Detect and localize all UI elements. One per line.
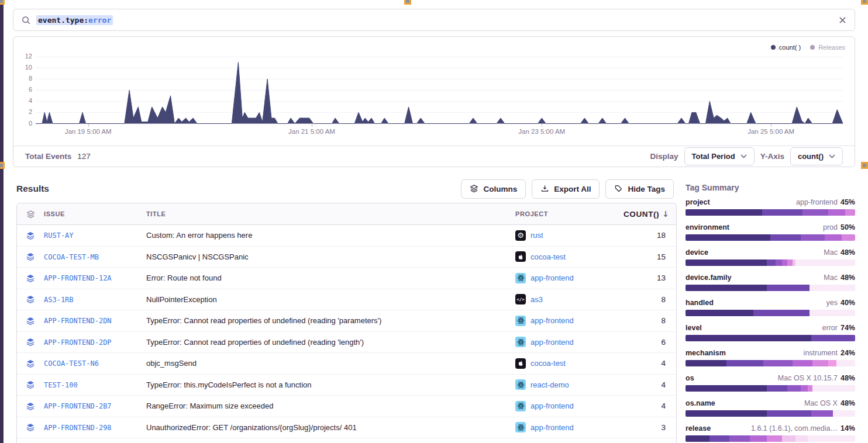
issue-link[interactable]: COCOA-TEST-MB [44,253,99,261]
project-link[interactable]: app-frontend [531,402,574,410]
issue-stack-cell[interactable] [17,423,44,432]
tag-bar-segment[interactable] [811,410,833,417]
tag-bar-segment[interactable] [686,410,767,417]
tag-bar-segment[interactable] [812,385,855,392]
issue-link[interactable]: TEST-100 [44,381,78,389]
tag-bar-segment[interactable] [795,435,807,442]
column-header-title[interactable]: TITLE [146,210,515,217]
project-link[interactable]: rust [531,231,543,240]
project-link[interactable]: cocoa-test [531,252,566,261]
tag-distribution-bar[interactable] [686,435,855,442]
issue-stack-cell[interactable] [17,295,44,304]
tag-bar-segment[interactable] [836,360,855,366]
legend-item-releases[interactable]: Releases [810,44,845,51]
tag-distribution-bar[interactable] [686,234,855,241]
tag-bar-segment[interactable] [825,234,842,241]
project-link[interactable]: app-frontend [531,274,574,282]
issue-stack-icon[interactable] [26,359,35,368]
issue-stack-cell[interactable] [17,316,44,326]
issue-link[interactable]: APP-FRONTEND-2B7 [44,402,112,410]
issue-stack-cell[interactable] [17,359,44,368]
issue-stack-icon[interactable] [26,337,35,347]
issue-stack-icon[interactable] [26,295,35,304]
tag-bar-segment[interactable] [802,209,828,216]
tag-bar-segment[interactable] [767,385,787,392]
tag-bar-segment[interactable] [686,234,770,241]
sort-desc-icon[interactable]: ↓ [662,209,669,219]
clear-search-icon[interactable] [839,16,846,24]
tag-bar-segment[interactable] [842,234,855,241]
issue-stack-cell[interactable] [17,337,44,347]
tag-distribution-bar[interactable] [686,410,855,417]
tag-bar-segment[interactable] [782,259,787,266]
tag-bar-segment[interactable] [762,209,803,216]
search-bar[interactable]: event.type:error [13,9,855,31]
tag-bar-segment[interactable] [686,259,767,266]
selection-handle[interactable] [861,0,868,5]
tag-bar-segment[interactable] [811,335,855,341]
tag-distribution-bar[interactable] [686,385,855,392]
issue-stack-icon[interactable] [26,423,35,432]
column-header-issue[interactable]: ISSUE [44,210,146,217]
selection-handle[interactable] [404,0,411,5]
search-query-token[interactable]: event.type:error [36,15,113,25]
tag-bar-segment[interactable] [763,360,792,366]
tag-bar-segment[interactable] [787,259,793,266]
tag-bar-segment[interactable] [782,435,795,442]
project-link[interactable]: app-frontend [531,423,574,432]
project-link[interactable]: app-frontend [531,316,574,325]
issue-stack-icon[interactable] [26,380,35,389]
issue-stack-icon[interactable] [26,274,35,283]
issue-stack-icon[interactable] [26,252,35,261]
tag-bar-segment[interactable] [812,360,828,366]
tag-bar-segment[interactable] [726,360,764,366]
tag-bar-segment[interactable] [793,360,813,366]
tag-bar-segment[interactable] [801,234,825,241]
issue-stack-cell[interactable] [17,252,44,261]
tag-bar-segment[interactable] [753,310,810,316]
yaxis-dropdown[interactable]: count() [790,147,843,165]
tag-bar-segment[interactable] [776,259,783,266]
selection-handle[interactable] [0,0,5,5]
tag-bar-segment[interactable] [686,360,726,366]
tag-bar-segment[interactable] [833,410,855,417]
columns-button[interactable]: Columns [461,179,526,199]
tag-bar-segment[interactable] [795,259,855,266]
tag-bar-segment[interactable] [686,209,762,216]
export-all-button[interactable]: Export All [532,179,600,199]
tag-bar-segment[interactable] [845,209,855,216]
issue-link[interactable]: AS3-1RB [44,296,74,304]
tag-bar-segment[interactable] [686,285,767,291]
project-link[interactable]: app-frontend [531,338,574,347]
tag-bar-segment[interactable] [686,335,811,341]
project-link[interactable]: cocoa-test [531,359,566,368]
tag-bar-segment[interactable] [770,234,801,241]
issue-stack-cell[interactable] [17,274,44,283]
issue-stack-icon[interactable] [26,231,35,240]
selection-handle[interactable] [0,162,5,169]
tag-bar-segment[interactable] [729,435,750,442]
tag-bar-segment[interactable] [810,310,855,316]
tag-bar-segment[interactable] [750,435,767,442]
tag-bar-segment[interactable] [686,385,767,392]
column-header-project[interactable]: PROJECT [515,210,624,217]
issue-link[interactable]: COCOA-TEST-N6 [44,359,99,368]
tag-bar-segment[interactable] [810,285,855,291]
tag-bar-segment[interactable] [808,435,855,442]
tag-bar-segment[interactable] [767,410,811,417]
issue-link[interactable]: RUST-AY [44,231,74,240]
project-link[interactable]: as3 [531,295,543,304]
issue-stack-icon[interactable] [26,316,35,326]
issue-link[interactable]: APP-FRONTEND-2DN [44,317,112,325]
issue-stack-cell[interactable] [17,402,44,411]
tag-bar-segment[interactable] [787,385,801,392]
column-header-count[interactable]: COUNT()↓ [624,209,676,219]
tag-bar-segment[interactable] [828,209,845,216]
tag-bar-segment[interactable] [828,360,837,366]
tag-bar-segment[interactable] [709,435,730,442]
issue-link[interactable]: APP-FRONTEND-2DP [44,338,112,347]
issue-link[interactable]: APP-FRONTEND-12A [44,274,112,282]
tag-distribution-bar[interactable] [686,310,855,316]
project-link[interactable]: react-demo [531,380,569,389]
issue-stack-cell[interactable] [17,231,44,240]
